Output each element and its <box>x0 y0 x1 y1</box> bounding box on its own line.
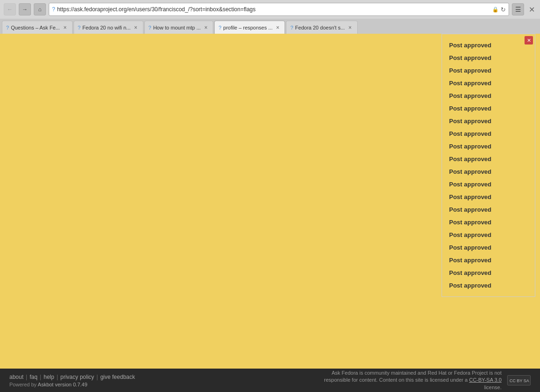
tab-close-button[interactable]: × <box>274 24 281 31</box>
notification-item: Post approved <box>449 64 521 77</box>
cc-badge: CC BY SA <box>507 375 531 385</box>
notification-item: Post approved <box>449 52 521 64</box>
tab-tab2[interactable]: ?Fedora 20 no wifi n...× <box>74 21 143 34</box>
footer-link-feedback[interactable]: give feedback <box>100 374 135 380</box>
browser-nav-bar: ← → ⌂ ? 🔒 ↻ ☰ ✕ <box>0 0 540 19</box>
back-button[interactable]: ← <box>4 3 16 15</box>
tab-close-button[interactable]: × <box>133 24 139 31</box>
notification-item: Post approved <box>449 279 521 292</box>
footer-link-help[interactable]: help <box>44 374 54 380</box>
tab-tab1[interactable]: ?Questions – Ask Fe...× <box>2 21 73 34</box>
tab-close-button[interactable]: × <box>347 24 353 31</box>
tab-favicon-icon: ? <box>149 25 151 30</box>
browser-close-button[interactable]: ✕ <box>527 5 536 14</box>
url-bar: ? 🔒 ↻ <box>49 3 509 16</box>
notification-popup: ✕ Post approvedPost approvedPost approve… <box>442 34 535 297</box>
footer-separator: | <box>57 374 58 380</box>
notification-item: Post approved <box>449 127 521 140</box>
footer-separator: | <box>26 374 27 380</box>
notification-item: Post approved <box>449 229 521 241</box>
notification-item: Post approved <box>449 165 521 178</box>
footer-left: about | faq | help | privacy policy | gi… <box>9 374 135 387</box>
footer-right: Ask Fedora is community maintained and R… <box>314 370 531 391</box>
cc-badge-icon: CC BY SA <box>508 376 530 385</box>
tab-tab4[interactable]: ?profile – responses ...× <box>214 21 285 34</box>
tab-tab3[interactable]: ?How to mount mtp ...× <box>144 21 214 34</box>
askbot-link[interactable]: Askbot version 0.7.49 <box>38 382 88 387</box>
footer-link-faq[interactable]: faq <box>30 374 38 380</box>
tab-favicon-icon: ? <box>218 25 221 30</box>
notification-item: Post approved <box>449 178 521 191</box>
notification-item: Post approved <box>449 191 521 203</box>
tab-label: Fedora 20 no wifi n... <box>82 25 131 30</box>
notification-item: Post approved <box>449 153 521 165</box>
lock-icon: 🔒 <box>492 7 499 13</box>
tab-close-button[interactable]: × <box>202 24 209 31</box>
tab-label: Fedora 20 doesn't s... <box>295 25 345 30</box>
tab-favicon-icon: ? <box>290 25 293 30</box>
footer-separator: | <box>40 374 41 380</box>
svg-text:CC BY SA: CC BY SA <box>510 378 529 383</box>
tab-label: profile – responses ... <box>223 25 272 30</box>
tab-label: How to mount mtp ... <box>153 25 201 30</box>
footer: about | faq | help | privacy policy | gi… <box>0 369 540 392</box>
footer-description: Ask Fedora is community maintained and R… <box>314 370 502 391</box>
footer-powered: Powered by Askbot version 0.7.49 <box>9 382 135 387</box>
footer-separator: | <box>97 374 98 380</box>
tab-close-button[interactable]: × <box>62 24 68 31</box>
notification-item: Post approved <box>449 216 521 229</box>
license-link[interactable]: CC-BY-SA 3.0 <box>469 377 502 383</box>
notification-item: Post approved <box>449 140 521 153</box>
powered-prefix: Powered by <box>9 382 38 387</box>
notification-item: Post approved <box>449 241 521 254</box>
footer-link-about[interactable]: about <box>9 374 23 380</box>
tab-favicon-icon: ? <box>78 25 81 30</box>
notification-item: Post approved <box>449 77 521 89</box>
reload-icon[interactable]: ↻ <box>501 6 506 13</box>
notification-item: Post approved <box>449 102 521 115</box>
browser-settings-button[interactable]: ☰ <box>512 3 524 15</box>
tab-label: Questions – Ask Fe... <box>11 25 60 30</box>
notification-item: Post approved <box>449 254 521 266</box>
tabs-bar: ?Questions – Ask Fe...×?Fedora 20 no wif… <box>0 19 540 34</box>
footer-links: about | faq | help | privacy policy | gi… <box>9 374 135 380</box>
notification-close-button[interactable]: ✕ <box>525 36 533 44</box>
tab-tab5[interactable]: ?Fedora 20 doesn't s...× <box>286 21 357 34</box>
notification-item: Post approved <box>449 203 521 216</box>
footer-link-privacy[interactable]: privacy policy <box>60 374 94 380</box>
url-favicon-icon: ? <box>52 6 55 13</box>
tab-favicon-icon: ? <box>6 25 9 30</box>
notification-item: Post approved <box>449 89 521 102</box>
notification-item: Post approved <box>449 115 521 127</box>
home-button[interactable]: ⌂ <box>34 3 46 15</box>
page-content: ✕ Post approvedPost approvedPost approve… <box>0 34 540 369</box>
notification-item: Post approved <box>449 266 521 279</box>
url-input[interactable] <box>57 6 490 13</box>
forward-button[interactable]: → <box>19 3 31 15</box>
license-suffix: license. <box>484 385 502 390</box>
notification-item: Post approved <box>449 39 521 52</box>
